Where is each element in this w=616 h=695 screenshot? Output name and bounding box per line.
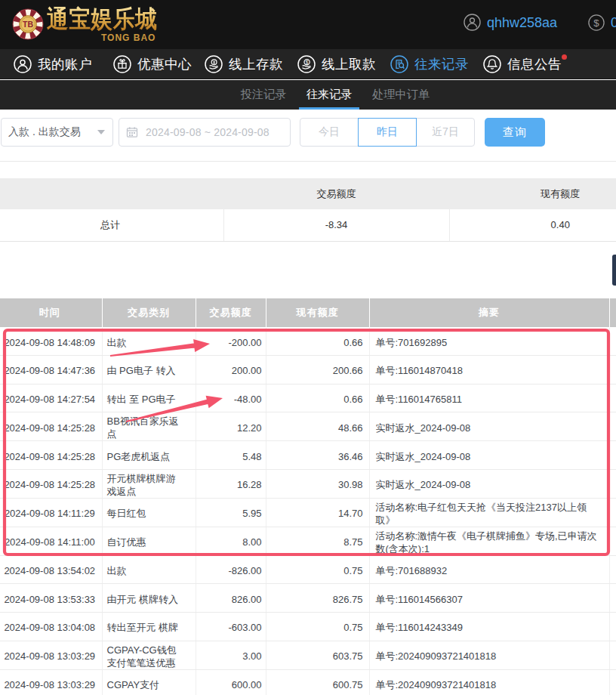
cell-balance: 200.66 <box>266 356 369 385</box>
nav-item-records[interactable]: 往来记录 <box>390 49 469 79</box>
table-row: 2024-09-08 14:25:28PG老虎机返点5.4836.46实时返水_… <box>0 441 616 470</box>
transaction-type-value: 入款 . 出款交易 <box>8 125 81 139</box>
cell-extra <box>609 669 616 695</box>
user-icon <box>14 55 32 73</box>
table-row: 2024-09-08 13:54:02出款-826.000.75单号:70168… <box>0 555 616 584</box>
summary-total-row: 总计 -8.34 0.40 <box>0 209 616 241</box>
dollar-icon: $ <box>588 14 605 31</box>
cell-summary: 单号:116014765811 <box>369 384 609 412</box>
table-header-row: 时间 交易类别 交易额度 现有额度 摘要 <box>0 298 616 327</box>
bell-icon <box>483 55 501 73</box>
balance-menu[interactable]: $ <box>588 14 605 34</box>
transaction-type-select[interactable]: 入款 . 出款交易 <box>1 118 113 147</box>
query-button[interactable]: 查询 <box>485 118 545 147</box>
nav-item-my-account[interactable]: 我的账户 <box>14 49 92 79</box>
nav-label: 信息公告 <box>507 55 562 73</box>
col-header-amount: 交易额度 <box>196 298 266 327</box>
nav-item-promotions[interactable]: 优惠中心 <box>113 49 192 79</box>
main-nav: 我的账户 优惠中心 线上存款 $ 线上取款 <box>0 49 616 79</box>
cell-summary: 单号:701688932 <box>369 555 609 584</box>
summary-header-row: 交易额度 现有额度 <box>0 178 616 209</box>
cell-amount: -48.00 <box>196 384 266 412</box>
cell-time: 2024-09-08 14:47:36 <box>0 356 102 385</box>
date-range-value: 2024-09-08 ~ 2024-09-08 <box>146 126 270 138</box>
cell-extra <box>609 641 616 669</box>
today-button[interactable]: 今日 <box>300 118 359 147</box>
cell-type: PG老虎机返点 <box>102 441 196 470</box>
cell-amount: 8.00 <box>196 527 266 555</box>
cell-type: 每日红包 <box>102 498 196 527</box>
cell-time: 2024-09-08 14:11:00 <box>0 527 102 555</box>
cell-type: 转出至开元 棋牌 <box>102 612 196 641</box>
summary-total-label: 总计 <box>0 209 223 241</box>
cell-balance: 0.66 <box>266 384 369 412</box>
cell-amount: -826.00 <box>196 555 266 584</box>
cell-summary: 活动名称:激情午夜《电子棋牌捕鱼》专场,已申请次 数(含本次):1 <box>369 527 609 555</box>
cell-extra <box>609 384 616 412</box>
yesterday-button[interactable]: 昨日 <box>358 118 417 147</box>
cell-time: 2024-09-08 14:25:28 <box>0 441 102 470</box>
cell-extra <box>609 441 616 470</box>
cell-amount: 5.95 <box>196 498 266 527</box>
cell-balance: 8.75 <box>266 527 369 555</box>
cell-extra <box>609 327 616 356</box>
cell-balance: 603.75 <box>266 641 369 669</box>
cell-summary: 单号:116014243349 <box>369 612 609 641</box>
notification-dot <box>562 54 567 60</box>
nav-item-announcements[interactable]: 信息公告 <box>483 49 562 79</box>
username[interactable]: qhhw258aa <box>487 15 557 31</box>
table-row: 2024-09-08 14:48:09出款-200.000.66单号:70169… <box>0 327 616 356</box>
cell-extra <box>609 469 616 498</box>
cell-type: 出款 <box>102 327 196 356</box>
date-range-input[interactable]: 2024-09-08 ~ 2024-09-08 <box>119 118 291 147</box>
tab-pending-orders[interactable]: 处理中订单 <box>362 80 439 110</box>
cell-type: 出款 <box>102 555 196 584</box>
cell-balance: 14.70 <box>266 498 369 527</box>
nav-item-deposit[interactable]: 线上存款 <box>205 49 283 79</box>
cell-extra <box>609 527 616 555</box>
table-row: 2024-09-08 14:47:36由 PG电子 转入200.00200.66… <box>0 356 616 385</box>
balance-value: 0 <box>611 15 616 31</box>
summary-header-transaction-amount: 交易额度 <box>223 178 449 209</box>
col-header-summary: 摘要 <box>369 298 609 327</box>
cell-balance: 0.75 <box>266 555 369 584</box>
table-row: 2024-09-08 14:25:28开元棋牌棋牌游 戏返点16.2830.98… <box>0 469 616 498</box>
svg-text:$: $ <box>306 60 309 65</box>
table-row: 2024-09-08 13:04:08转出至开元 棋牌-603.000.75单号… <box>0 612 616 641</box>
table-row: 2024-09-08 14:25:28BB视讯百家乐返 点12.2048.66实… <box>0 412 616 441</box>
cell-amount: -200.00 <box>196 327 266 356</box>
nav-label: 往来记录 <box>414 55 469 73</box>
cell-extra <box>609 555 616 584</box>
account-menu[interactable] <box>464 14 481 31</box>
chevron-down-icon <box>97 130 105 134</box>
cell-balance: 600.75 <box>266 669 369 695</box>
cell-extra <box>609 356 616 385</box>
col-header-balance: 现有额度 <box>266 298 369 327</box>
cell-time: 2024-09-08 13:03:29 <box>0 669 102 695</box>
cell-summary: 单号:202409093721401818 <box>369 641 609 669</box>
nav-label: 我的账户 <box>38 55 92 73</box>
last7days-button[interactable]: 近7日 <box>416 118 475 147</box>
record-subtabs: 投注记录 往来记录 处理中订单 <box>0 80 616 110</box>
cell-type: 由开元 棋牌转入 <box>102 584 196 613</box>
cell-summary: 单号:116014870418 <box>369 356 609 385</box>
cell-balance: 30.98 <box>266 469 369 498</box>
cell-type: 转出 至 PG电子 <box>102 384 196 412</box>
cell-balance: 0.66 <box>266 327 369 356</box>
cell-summary: 活动名称:电子红包天天抢《当天投注2137以上领 取》 <box>369 498 609 527</box>
col-header-extra <box>609 298 616 327</box>
table-row: 2024-09-08 14:27:54转出 至 PG电子-48.000.66单号… <box>0 384 616 412</box>
filter-bar: 入款 . 出款交易 2024-09-08 ~ 2024-09-08 今日 昨日 … <box>0 110 616 162</box>
tab-betting-records[interactable]: 投注记录 <box>230 80 297 110</box>
col-header-type: 交易类别 <box>102 298 196 327</box>
cell-time: 2024-09-08 13:54:02 <box>0 555 102 584</box>
side-widget[interactable] <box>612 255 616 286</box>
cell-amount: 600.00 <box>196 669 266 695</box>
cell-time: 2024-09-08 13:53:33 <box>0 584 102 613</box>
cell-amount: 5.48 <box>196 441 266 470</box>
cell-summary: 单号:202409093721401818 <box>369 669 609 695</box>
cell-balance: 826.75 <box>266 584 369 613</box>
nav-item-withdraw[interactable]: $ 线上取款 <box>297 49 376 79</box>
cell-balance: 48.66 <box>266 412 369 441</box>
tab-transaction-records[interactable]: 往来记录 <box>296 80 362 110</box>
